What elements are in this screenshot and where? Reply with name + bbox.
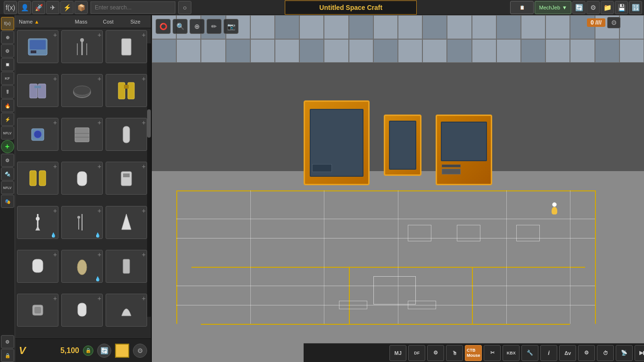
toolbar-plane-btn[interactable]: ✈ bbox=[46, 1, 59, 14]
cat-kf[interactable]: KF bbox=[1, 72, 14, 85]
window-cell bbox=[152, 39, 176, 63]
part-item[interactable]: + 💧 bbox=[61, 250, 103, 283]
part-item[interactable]: + bbox=[17, 294, 58, 327]
toolbar-box-btn[interactable]: 📦 bbox=[74, 1, 88, 14]
mechjeb-dropdown[interactable]: MechJeb ▼ bbox=[535, 1, 571, 14]
bb-dv[interactable]: Δv bbox=[559, 345, 576, 361]
view-btn-edit[interactable]: ✏ bbox=[206, 19, 222, 34]
cat-nflv[interactable]: NFLV bbox=[1, 126, 14, 140]
toolbar-func-btn[interactable]: f(x) bbox=[4, 1, 17, 14]
bottom-gear-btn[interactable]: ⚙ bbox=[133, 344, 147, 358]
toolbar-person-btn[interactable]: 👤 bbox=[18, 1, 31, 14]
bb-gear2[interactable]: ⚙ bbox=[578, 345, 595, 361]
top-speed-btn[interactable]: ⚙ bbox=[607, 17, 620, 28]
rt-btn-1[interactable]: 🔄 bbox=[572, 1, 586, 14]
part-item[interactable]: + bbox=[61, 30, 103, 63]
scroll-thumb[interactable] bbox=[147, 109, 151, 138]
rt-btn-4[interactable]: 💾 bbox=[615, 1, 628, 14]
rt-btn-5[interactable]: 🔢 bbox=[629, 1, 642, 14]
craft-body-medium bbox=[384, 115, 421, 176]
rt-btn-2[interactable]: ⚙ bbox=[586, 1, 600, 14]
part-item[interactable]: + bbox=[106, 162, 147, 195]
part-item[interactable]: + bbox=[106, 30, 147, 63]
part-item[interactable]: + bbox=[61, 162, 103, 195]
cat-nflv2[interactable]: NFLV bbox=[1, 181, 14, 194]
cat-gear[interactable]: ⚙ bbox=[1, 154, 14, 167]
col-size[interactable]: Size bbox=[122, 19, 149, 25]
parts-scrollbar[interactable] bbox=[147, 43, 151, 317]
part-item[interactable]: + bbox=[106, 294, 147, 327]
view-btn-crosshair[interactable]: ⊕ bbox=[190, 19, 205, 34]
yellow-square-btn[interactable] bbox=[115, 344, 129, 358]
craft-body-right bbox=[436, 115, 492, 185]
bb-kbx[interactable]: KBX bbox=[503, 345, 520, 361]
svg-rect-2 bbox=[31, 50, 36, 53]
kerbal-figure bbox=[550, 202, 559, 216]
part-item[interactable]: + bbox=[17, 74, 58, 107]
top-bar: f(x) 👤 🚀 ✈ ⚡ 📦 ○ Untitled Space Craft 📋 … bbox=[0, 0, 644, 15]
bb-skip[interactable]: ▶▶ bbox=[635, 345, 644, 361]
craft-title[interactable]: Untitled Space Craft bbox=[285, 0, 417, 15]
col-mass[interactable]: Mass bbox=[67, 19, 95, 25]
cat-structural[interactable]: 🔲 bbox=[1, 58, 14, 71]
craft-unit-medium[interactable] bbox=[384, 115, 421, 176]
floor bbox=[152, 171, 644, 362]
cat-bot1[interactable]: ⚙ bbox=[1, 335, 14, 348]
craft-unit-right[interactable] bbox=[436, 115, 492, 185]
bb-scissors[interactable]: ✂ bbox=[484, 345, 501, 361]
cat-add[interactable]: + bbox=[1, 140, 14, 153]
left-toolbar: f(x) 👤 🚀 ✈ ⚡ 📦 ○ bbox=[4, 1, 191, 14]
part-item[interactable]: + bbox=[106, 206, 147, 239]
cat-parts[interactable]: 🔩 bbox=[1, 167, 14, 181]
part-icon bbox=[112, 35, 140, 58]
toolbar-rocket-btn[interactable]: 🚀 bbox=[32, 1, 45, 14]
bb-ctb[interactable]: CTBMouse bbox=[465, 345, 482, 361]
col-cost[interactable]: Cost bbox=[95, 19, 122, 25]
view-btn-circle[interactable]: ⭕ bbox=[156, 19, 171, 34]
cat-bot2[interactable]: 🔒 bbox=[1, 349, 14, 362]
craft-unit-large[interactable] bbox=[304, 100, 370, 185]
search-input[interactable] bbox=[91, 1, 175, 14]
cat-fuel[interactable]: 🔥 bbox=[1, 99, 14, 112]
bb-df[interactable]: DF bbox=[408, 345, 425, 361]
part-item[interactable]: + bbox=[17, 30, 58, 63]
part-add-icon: + bbox=[53, 207, 57, 214]
cat-all[interactable]: ⊕ bbox=[1, 31, 14, 44]
rt-btn-3[interactable]: 📁 bbox=[601, 1, 614, 14]
bb-signal[interactable]: 📡 bbox=[616, 345, 633, 361]
part-item[interactable]: + bbox=[17, 162, 58, 195]
bb-gear[interactable]: ⚙ bbox=[427, 345, 444, 361]
cat-func[interactable]: f(x) bbox=[1, 17, 14, 30]
part-item[interactable]: + bbox=[106, 118, 147, 151]
part-item[interactable]: + bbox=[106, 250, 147, 283]
bb-mj[interactable]: MJ bbox=[389, 345, 406, 361]
part-item[interactable]: + 💧 bbox=[17, 206, 58, 239]
cat-engine[interactable]: ⚙ bbox=[1, 44, 14, 58]
part-icon bbox=[112, 79, 140, 102]
hangar-background: ⭕ 🔍 ⊕ ✏ 📷 0 //// ⚙ MJ DF ⚙ 🖱 CTBMouse ✂ … bbox=[152, 15, 644, 362]
view-btn-camera[interactable]: 📷 bbox=[223, 19, 239, 34]
part-item[interactable]: + bbox=[17, 118, 58, 151]
funds-refresh-btn[interactable]: 🔄 bbox=[97, 344, 111, 358]
part-item[interactable]: + 💧 bbox=[61, 206, 103, 239]
parts-panel: Name ▲ Mass Cost Size + + + bbox=[15, 15, 152, 362]
part-item[interactable]: + bbox=[61, 74, 103, 107]
part-add-icon: + bbox=[53, 251, 57, 258]
cat-command[interactable]: 🎖 bbox=[1, 85, 14, 99]
cat-misc[interactable]: 🎭 bbox=[1, 195, 14, 208]
bb-clock[interactable]: ⏱ bbox=[597, 345, 614, 361]
part-item[interactable]: + bbox=[61, 118, 103, 151]
col-name[interactable]: Name ▲ bbox=[17, 19, 67, 25]
view-btn-search[interactable]: 🔍 bbox=[173, 19, 188, 34]
part-item[interactable]: + bbox=[61, 294, 103, 327]
cat-electric[interactable]: ⚡ bbox=[1, 113, 14, 126]
toolbar-bolt-btn[interactable]: ⚡ bbox=[60, 1, 74, 14]
bb-info[interactable]: i bbox=[540, 345, 557, 361]
toolbar-circle-btn[interactable]: ○ bbox=[178, 1, 191, 14]
part-item[interactable]: + bbox=[17, 250, 58, 283]
part-add-icon: + bbox=[142, 295, 146, 302]
part-icon bbox=[68, 211, 96, 234]
bb-wrench[interactable]: 🔧 bbox=[521, 345, 538, 361]
bb-mouse[interactable]: 🖱 bbox=[446, 345, 463, 361]
part-item[interactable]: + bbox=[106, 74, 147, 107]
